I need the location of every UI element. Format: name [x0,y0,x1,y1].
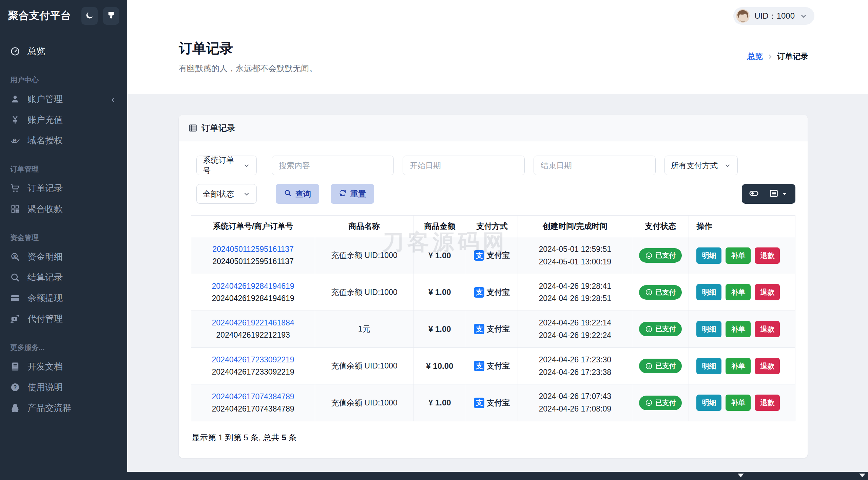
sidebar-item-domain-authorization[interactable]: e域名授权 [0,130,127,151]
pay-method: 支支付宝 [474,287,510,298]
reset-label: 重置 [350,189,366,199]
refund-button[interactable]: 退款 [755,358,780,374]
sidebar-item-usage-guide[interactable]: ?使用说明 [0,377,127,398]
sidebar-item-label: 总览 [27,45,45,57]
pay-method: 支支付宝 [474,398,510,408]
smile-icon [645,325,653,333]
detail-button[interactable]: 明细 [696,321,721,337]
status-label: 已支付 [655,324,676,334]
app-title: 聚合支付平台 [8,9,71,23]
pay-method-label: 支付宝 [486,250,510,261]
reorder-button[interactable]: 补单 [726,395,751,411]
page-header: UID：1000 订单记录 有幽默感的人，永远都不会默默无闻。 总览 订单记录 [127,0,868,94]
created-time: 2024-04-26 17:23:30 [522,354,628,366]
dark-mode-toggle-button[interactable] [81,7,98,25]
sidebar-item-account-management[interactable]: 账户管理 [0,89,127,109]
card-title: 订单记录 [201,122,235,134]
user-menu[interactable]: UID：1000 [733,7,814,25]
end-date-input[interactable] [534,156,656,175]
detail-button[interactable]: 明细 [696,358,721,374]
refresh-icon [339,189,347,199]
refund-button[interactable]: 退款 [755,247,780,264]
pay-method: 支支付宝 [474,250,510,261]
merchant-order-number: 2024050112595161137 [195,257,311,266]
page-subtitle: 有幽默感的人，永远都不会默默无闻。 [179,63,317,74]
table-row: 2024042619221461884202404261922121931元¥ … [191,311,795,348]
refund-button[interactable]: 退款 [755,395,780,411]
pay-method-cell: 支支付宝 [466,237,518,274]
system-order-link[interactable]: 2024042617233092219 [195,355,311,364]
sidebar-item-aggregate-collection[interactable]: 聚合收款 [0,199,127,219]
reorder-button[interactable]: 补单 [726,247,751,264]
time-cell: 2024-04-26 19:28:412024-04-26 19:28:51 [518,274,632,311]
product-name-cell: 1元 [315,311,413,348]
breadcrumb-overview-link[interactable]: 总览 [747,51,763,62]
search-input[interactable] [272,156,394,175]
time-cell: 2024-04-26 19:22:142024-04-26 19:22:24 [518,311,632,348]
merchant-order-number: 20240426192212193 [195,331,311,340]
merchant-order-number: 2024042619284194619 [195,294,311,303]
reorder-button[interactable]: 补单 [726,358,751,374]
alipay-icon: 支 [474,398,484,408]
columns-menu-button[interactable] [764,184,793,204]
orders-table: 系统订单号/商户订单号商品名称商品金额支付方式创建时间/完成时间支付状态操作 2… [191,215,795,421]
detail-button[interactable]: 明细 [696,247,721,264]
refund-button[interactable]: 退款 [755,321,780,337]
query-button[interactable]: 查询 [276,184,319,204]
qrcode-icon [10,204,20,214]
breadcrumb-current: 订单记录 [777,51,808,62]
status-badge: 已支付 [639,285,682,300]
system-order-link[interactable]: 2024050112595161137 [195,245,311,254]
detail-button[interactable]: 明细 [696,284,721,300]
yen-icon [10,115,20,125]
refund-button[interactable]: 退款 [755,284,780,300]
sidebar-item-label: 代付管理 [27,313,63,325]
sidebar-item-product-group[interactable]: 产品交流群 [0,398,127,418]
sidebar-item-overview[interactable]: 总览 [0,41,127,62]
nav-section-user-center: 用户中心 [0,75,127,85]
amount-cell: ¥ 1.00 [413,274,466,311]
pay-method-select[interactable]: 所有支付方式 [664,156,738,175]
sidebar: 聚合支付平台 总览用户中心账户管理账户充值e域名授权订单管理订单记录聚合收款资金… [0,0,127,480]
system-order-link[interactable]: 2024042617074384789 [195,392,311,401]
table-icon [188,123,197,133]
pay-method: 支支付宝 [474,361,510,371]
time-cell: 2024-04-26 17:23:302024-04-26 17:23:38 [518,347,632,384]
sidebar-item-payout-management[interactable]: 代付管理 [0,308,127,329]
pay-method-label: 支付宝 [486,361,510,371]
svg-text:?: ? [14,384,17,390]
completed-time: 2024-04-26 19:28:51 [522,292,628,305]
column-header: 创建时间/完成时间 [518,216,632,237]
order-number-cell: 20240426172330922192024042617233092219 [191,347,315,384]
caret-down-icon [781,191,788,197]
toggle-view-button[interactable] [744,184,764,204]
sidebar-item-order-records[interactable]: 订单记录 [0,178,127,199]
credit-card-icon [10,293,20,303]
reorder-button[interactable]: 补单 [726,284,751,300]
status-badge: 已支付 [639,248,682,263]
theme-brush-button[interactable] [103,7,119,25]
sidebar-item-fund-details[interactable]: $资金明细 [0,246,127,267]
sidebar-item-settlement-records[interactable]: 结算记录 [0,267,127,288]
start-date-input[interactable] [403,156,525,175]
sidebar-item-dev-docs[interactable]: 开发文档 [0,356,127,377]
column-header: 支付方式 [466,216,518,237]
status-label: 已支付 [655,251,676,260]
reorder-button[interactable]: 补单 [726,321,751,337]
sidebar-item-account-recharge[interactable]: 账户充值 [0,109,127,130]
status-select[interactable]: 全部状态 [196,184,257,204]
order-records-card: 订单记录 系统订单号 所有支付方式 [179,115,808,458]
moon-icon [85,11,94,21]
column-header: 系统订单号/商户订单号 [191,216,315,237]
sidebar-item-label: 开发文档 [27,361,63,373]
order-type-select[interactable]: 系统订单号 [196,156,257,175]
detail-button[interactable]: 明细 [696,395,721,411]
sidebar-item-label: 订单记录 [27,182,63,194]
system-order-link[interactable]: 2024042619284194619 [195,282,311,291]
dashboard-icon [10,46,20,56]
status-label: 已支付 [655,398,676,407]
system-order-link[interactable]: 2024042619221461884 [195,318,311,327]
sidebar-item-balance-withdrawal[interactable]: 余额提现 [0,288,127,308]
reset-button[interactable]: 重置 [331,184,374,204]
cart-icon [10,183,20,193]
